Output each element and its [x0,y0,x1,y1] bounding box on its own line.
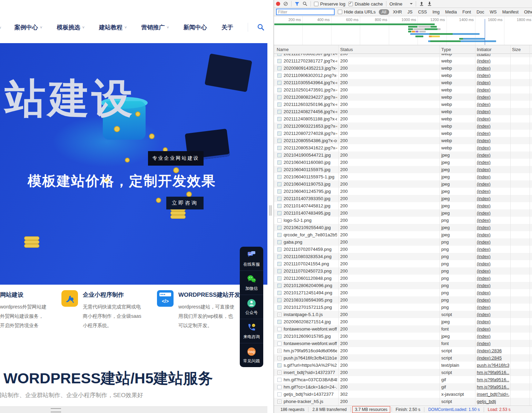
request-initiator-link[interactable]: (index) [477,174,509,179]
request-initiator-link[interactable]: (index) [477,102,509,107]
table-row[interactable]: 2021012701572115.png200png(index) [274,304,532,311]
table-row[interactable]: getjs_bdtj?sid=14372377302x-javascriptin… [274,391,532,398]
table-row[interactable]: 2021120601120848.png200png(index) [274,275,532,282]
request-initiator-link[interactable]: (index) [477,210,509,216]
import-har-icon[interactable] [419,1,424,6]
request-initiator-link[interactable]: (index) [477,116,509,121]
table-row[interactable]: 2021112408274456.jpg?x-oss...200webp(ind… [274,108,532,115]
table-row[interactable]: 2021102501473591.jpg?x-oss...200webp(ind… [274,86,532,94]
request-initiator-link[interactable]: (index) [477,297,509,303]
network-overview-waterfall[interactable]: 200 ms400 ms600 ms800 ms1000 ms1200 ms14… [274,16,532,45]
request-initiator-link[interactable]: insert_bdtj?sid=... [477,392,509,397]
nav-item-2[interactable]: 建站教程˅ [99,23,127,31]
table-row[interactable]: 2021112408051188.jpg?x-oss...200webp(ind… [274,115,532,122]
table-row[interactable]: 2021060401155975-1.jpg200jpeg(index) [274,173,532,180]
table-row[interactable]: s.gif?url=https%3A%2F%2F...200text/plain… [274,362,532,369]
disable-cache-checkbox[interactable]: Disable cache [348,1,383,7]
filter-type-all[interactable]: All [379,9,389,15]
table-row[interactable]: 2021101407445812.jpg200jpeg(index) [274,202,532,209]
filter-type-js[interactable]: JS [406,9,414,15]
request-initiator-link[interactable]: (index) [477,312,509,317]
table-row[interactable]: 2021120805341622.jpg?x-oss...200webp(ind… [274,144,532,151]
request-initiator-link[interactable]: (index) [477,124,509,129]
table-row[interactable]: gaba.png200png(index) [274,238,532,246]
table-row[interactable]: logo-SJ-1.png200png(index) [274,217,532,224]
nav-item-1[interactable]: 模板挑选˅ [57,23,84,31]
request-initiator-link[interactable]: (index) [477,290,509,295]
filter-input[interactable] [276,9,335,15]
table-row[interactable]: 2021101407393350.jpg200jpeg(index) [274,195,532,202]
table-row[interactable]: 2021012712451494.png200png(index) [274,289,532,296]
request-initiator-link[interactable]: hm.js?9fa9516...:... [477,377,509,382]
table-row[interactable]: fontawesome-webfont.woff...200font(index… [274,325,532,333]
column-header-initiator[interactable]: Initiator [477,47,492,52]
filter-type-font[interactable]: Font [461,9,473,15]
request-initiator-link[interactable]: (index) [477,66,509,71]
table-row[interactable]: instantpage-5.1.0.js200script(index) [274,311,532,318]
nav-item-5[interactable]: 关于 [221,23,233,31]
table-row[interactable]: 2021112702381727.jpg?x-oss...200webp(ind… [274,57,532,65]
request-initiator-link[interactable]: (index) [477,247,509,252]
contact-item-3[interactable]: 来电咨询 [240,319,263,343]
filter-type-media[interactable]: Media [443,9,459,15]
request-initiator-link[interactable]: (index) [477,58,509,63]
contact-item-1[interactable]: 加微信 [240,271,263,295]
table-row[interactable]: 202112080554386.jpg?x-oss-...200webp(ind… [274,137,532,144]
filter-type-ws[interactable]: WS [488,9,499,15]
request-initiator-link[interactable]: (index) [477,167,509,172]
request-initiator-link[interactable]: (index) [477,305,509,310]
table-row[interactable]: 2021120808234227.jpg?x-oss...200webp(ind… [274,94,532,101]
request-initiator-link[interactable]: (index) [477,254,509,259]
request-initiator-link[interactable]: hm.js?9fa9516...:... [477,370,509,375]
table-row[interactable]: 2021110803283534.png200png(index) [274,253,532,260]
table-row[interactable]: 2021120903221653.jpg?x-oss...200webp(ind… [274,122,532,130]
table-row[interactable]: 2021060401155975.jpg200jpeg(index) [274,166,532,173]
table-row[interactable]: 2021083108594395.png200png(index) [274,296,532,304]
horizontal-scroll-handle[interactable] [51,408,61,412]
column-header-name[interactable]: Name [277,47,289,52]
request-initiator-link[interactable]: (index) [477,145,509,150]
contact-item-4[interactable]: FAQ常见问题 [240,343,263,367]
record-button[interactable] [276,2,280,6]
clear-icon[interactable] [283,1,288,6]
request-initiator-link[interactable]: (index) [477,232,509,237]
request-initiator-link[interactable]: (index) [477,138,509,143]
request-initiator-link[interactable]: (index) [477,203,509,208]
consult-now-button[interactable]: 立即咨询 [166,197,204,209]
request-initiator-link[interactable]: (index) [477,73,509,78]
request-initiator-link[interactable]: (index) [477,268,509,274]
contact-item-0[interactable]: 在线客服 [240,247,263,271]
request-initiator-link[interactable]: getjs_bdtj [477,399,509,404]
table-row[interactable]: 2020080914352213.jpg?x-oss...200webp(ind… [274,65,532,72]
table-row[interactable]: 2020060208271514.jpg200jpeg(index) [274,318,532,325]
table-row[interactable]: 2021060401190753.jpg200jpeg(index) [274,180,532,188]
request-initiator-link[interactable]: hm.js?9fa9516...:... [477,384,509,390]
request-initiator-link[interactable]: (index) [477,160,509,165]
filter-type-css[interactable]: CSS [416,9,429,15]
contact-item-2[interactable]: 公众号 [240,295,263,319]
table-row[interactable]: 2021060401245795.jpg200jpeg(index) [274,188,532,195]
request-initiator-link[interactable]: (index):2845 [477,355,509,361]
request-initiator-link[interactable]: (index) [477,218,509,223]
request-initiator-link[interactable]: (index) [477,326,509,332]
request-initiator-link[interactable]: (index) [477,283,509,288]
column-header-type[interactable]: Type [441,47,451,52]
nav-item-4[interactable]: 新闻中心 [184,23,207,31]
search-icon[interactable] [303,1,307,6]
request-initiator-link[interactable]: (index) [477,87,509,92]
preserve-log-checkbox[interactable]: Preserve log [314,1,345,7]
splitter-drag-handle[interactable] [269,205,270,216]
request-initiator-link[interactable]: (index) [477,95,509,100]
table-row[interactable]: 2021120807274028.jpg?x-oss...200webp(ind… [274,130,532,137]
filter-type-doc[interactable]: Doc [475,9,486,15]
table-row[interactable]: 2021012806204096.png200png(index) [274,282,532,289]
request-initiator-link[interactable]: (index) [477,131,509,136]
table-row[interactable]: 2021062109255440.jpg200jpeg(index) [274,224,532,231]
request-initiator-link[interactable]: (index):2836 [477,348,509,353]
request-initiator-link[interactable]: (index) [477,261,509,266]
request-initiator-link[interactable]: (index) [477,334,509,339]
request-initiator-link[interactable]: push.js?6416fc3... [477,363,509,368]
request-initiator-link[interactable]: (index) [477,341,509,346]
request-initiator-link[interactable]: (index) [477,196,509,201]
filter-type-other[interactable]: Other [522,9,532,15]
